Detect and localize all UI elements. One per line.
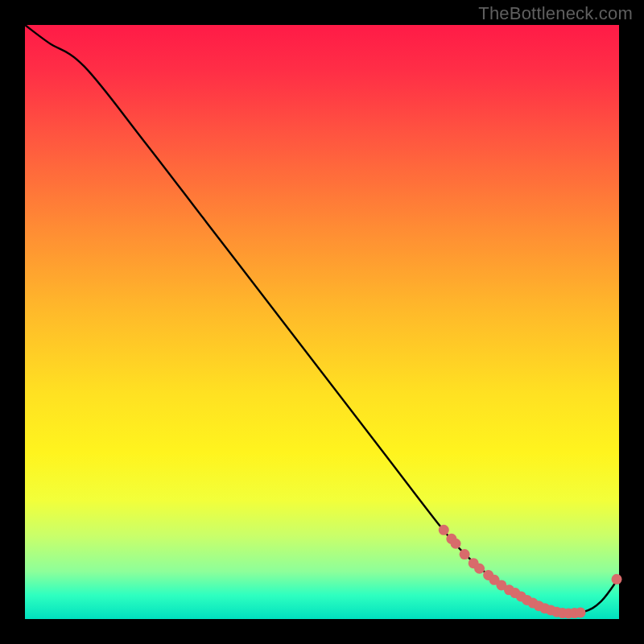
data-dot [439,525,449,535]
chart-svg [25,25,619,619]
data-dot [576,607,586,617]
data-dot [474,564,485,574]
data-dot [460,549,470,559]
data-dots [439,525,622,619]
bottleneck-curve [25,25,619,613]
watermark-text: TheBottleneck.com [478,3,633,24]
data-dot [451,539,461,549]
data-dot [612,574,622,584]
